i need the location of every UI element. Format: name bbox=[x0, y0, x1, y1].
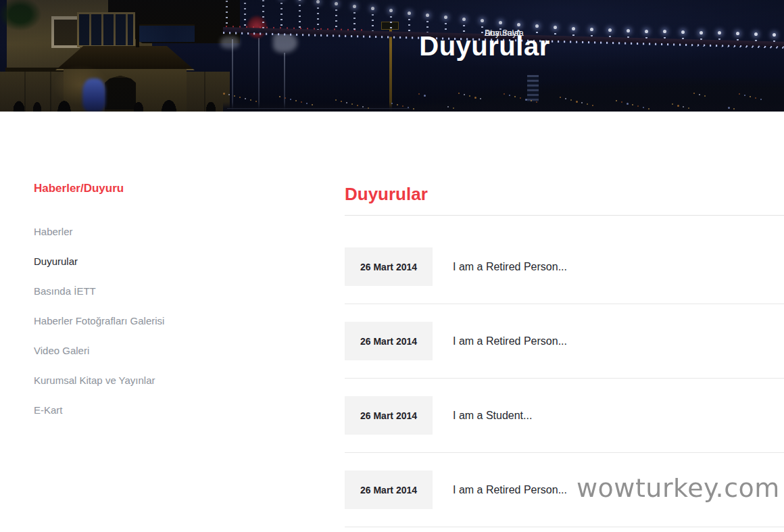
announcement-title[interactable]: I am a Student... bbox=[453, 410, 532, 422]
sidebar-item-e-kart[interactable]: E-Kart bbox=[34, 405, 291, 416]
announcement-date-badge: 26 Mart 2014 bbox=[345, 322, 433, 360]
announcement-row[interactable]: 26 Mart 2014 I am a Retired Person... bbox=[345, 304, 784, 379]
hero-content: Ana Sayfa/Duyurular Duyurular bbox=[419, 28, 549, 60]
announcement-title[interactable]: I am a Retired Person... bbox=[453, 261, 567, 273]
sidebar-item-haberler[interactable]: Haberler bbox=[34, 226, 291, 237]
content-area: Haberler/Duyuru Haberler Duyurular Basın… bbox=[0, 112, 784, 532]
sidebar-menu: Haberler Duyurular Basında İETT Haberler… bbox=[34, 226, 291, 416]
sidebar-item-kurumsal-kitap-ve-yayinlar[interactable]: Kurumsal Kitap ve Yayınlar bbox=[34, 375, 291, 386]
announcement-list: 26 Mart 2014 I am a Retired Person... 26… bbox=[345, 230, 784, 527]
sidebar-item-basinda-iett[interactable]: Basında İETT bbox=[34, 286, 291, 297]
announcement-date-badge: 26 Mart 2014 bbox=[345, 247, 433, 286]
sidebar-heading[interactable]: Haberler/Duyuru bbox=[34, 182, 291, 195]
sidebar-item-haberler-fotograflari-galerisi[interactable]: Haberler Fotoğrafları Galerisi bbox=[34, 316, 291, 327]
announcement-date-badge: 26 Mart 2014 bbox=[345, 470, 433, 509]
sidebar-item-duyurular[interactable]: Duyurular bbox=[34, 256, 291, 267]
sidebar-item-video-galeri[interactable]: Video Galeri bbox=[34, 345, 291, 356]
breadcrumb-current: Duyurular bbox=[485, 28, 522, 38]
announcement-row[interactable]: 26 Mart 2014 I am a Retired Person... bbox=[345, 453, 784, 527]
section-heading: Duyurular bbox=[345, 185, 784, 216]
announcements-panel: Duyurular 26 Mart 2014 I am a Retired Pe… bbox=[345, 185, 784, 527]
photo-dark-overlay bbox=[0, 0, 784, 112]
announcement-title[interactable]: I am a Retired Person... bbox=[453, 484, 567, 496]
hero-background-photo bbox=[0, 0, 784, 112]
announcement-date-badge: 26 Mart 2014 bbox=[345, 396, 433, 435]
announcement-row[interactable]: 26 Mart 2014 I am a Retired Person... bbox=[345, 230, 784, 304]
announcement-title[interactable]: I am a Retired Person... bbox=[453, 335, 567, 347]
announcement-row[interactable]: 26 Mart 2014 I am a Student... bbox=[345, 379, 784, 453]
sidebar: Haberler/Duyuru Haberler Duyurular Basın… bbox=[34, 182, 291, 435]
hero-header: Ana Sayfa/Duyurular Duyurular bbox=[0, 0, 784, 112]
